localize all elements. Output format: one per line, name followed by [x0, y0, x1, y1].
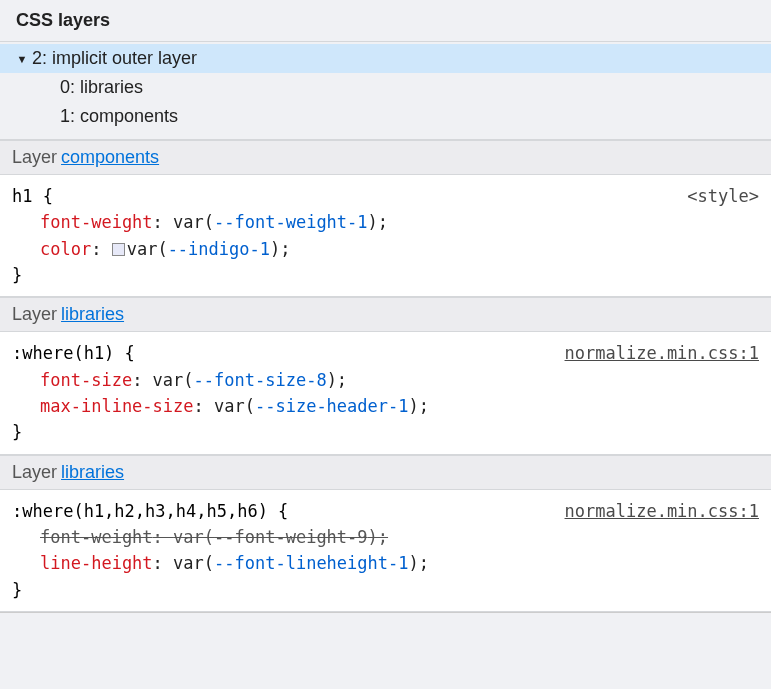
- css-declaration[interactable]: line-height: var(--font-lineheight-1);: [12, 550, 759, 576]
- color-swatch-icon[interactable]: [112, 243, 125, 256]
- css-value: var(--font-weight-1);: [173, 212, 388, 232]
- layer-label: Layer: [12, 304, 57, 325]
- layer-link[interactable]: libraries: [61, 462, 124, 483]
- css-declaration[interactable]: font-weight: var(--font-weight-1);: [12, 209, 759, 235]
- css-declaration[interactable]: max-inline-size: var(--size-header-1);: [12, 393, 759, 419]
- css-rule: h1 { <style> font-weight: var(--font-wei…: [0, 175, 771, 297]
- css-property: font-weight: [40, 527, 153, 547]
- layer-link[interactable]: libraries: [61, 304, 124, 325]
- css-declaration-overridden[interactable]: font-weight: var(--font-weight-9);: [12, 524, 759, 550]
- tree-row-label: 0: libraries: [60, 77, 143, 98]
- rule-selector[interactable]: :where(h1) {: [12, 340, 135, 366]
- css-property: line-height: [40, 553, 153, 573]
- css-rule: :where(h1,h2,h3,h4,h5,h6) { normalize.mi…: [0, 490, 771, 612]
- rule-source-link[interactable]: normalize.min.css:1: [565, 498, 759, 524]
- css-declaration[interactable]: color: var(--indigo-1);: [12, 236, 759, 262]
- layer-section-header: Layer libraries: [0, 297, 771, 332]
- rule-close-brace: }: [12, 419, 759, 445]
- layer-section-header: Layer components: [0, 140, 771, 175]
- layer-label: Layer: [12, 462, 57, 483]
- rule-selector[interactable]: :where(h1,h2,h3,h4,h5,h6) {: [12, 498, 288, 524]
- css-property: color: [40, 239, 91, 259]
- tree-row-label: 1: components: [60, 106, 178, 127]
- css-declaration[interactable]: font-size: var(--font-size-8);: [12, 367, 759, 393]
- tree-row-label: 2: implicit outer layer: [32, 48, 197, 69]
- css-value: var(--size-header-1);: [214, 396, 429, 416]
- layer-tree: ▼ 2: implicit outer layer 0: libraries 1…: [0, 42, 771, 140]
- css-value: var(--indigo-1);: [127, 239, 291, 259]
- panel-title: CSS layers: [0, 0, 771, 42]
- layer-section-header: Layer libraries: [0, 455, 771, 490]
- tree-row-child[interactable]: 1: components: [0, 102, 771, 131]
- rule-close-brace: }: [12, 262, 759, 288]
- disclosure-triangle-icon[interactable]: ▼: [16, 53, 28, 65]
- rule-close-brace: }: [12, 577, 759, 603]
- css-value: var(--font-lineheight-1);: [173, 553, 429, 573]
- css-value: var(--font-weight-9);: [173, 527, 388, 547]
- layer-link[interactable]: components: [61, 147, 159, 168]
- css-layers-panel: CSS layers ▼ 2: implicit outer layer 0: …: [0, 0, 771, 613]
- css-property: font-size: [40, 370, 132, 390]
- rule-source[interactable]: <style>: [687, 183, 759, 209]
- tree-row-root[interactable]: ▼ 2: implicit outer layer: [0, 44, 771, 73]
- rule-source-link[interactable]: normalize.min.css:1: [565, 340, 759, 366]
- css-property: max-inline-size: [40, 396, 194, 416]
- tree-row-child[interactable]: 0: libraries: [0, 73, 771, 102]
- css-property: font-weight: [40, 212, 153, 232]
- css-value: var(--font-size-8);: [153, 370, 348, 390]
- css-rule: :where(h1) { normalize.min.css:1 font-si…: [0, 332, 771, 454]
- rule-selector[interactable]: h1 {: [12, 183, 53, 209]
- layer-label: Layer: [12, 147, 57, 168]
